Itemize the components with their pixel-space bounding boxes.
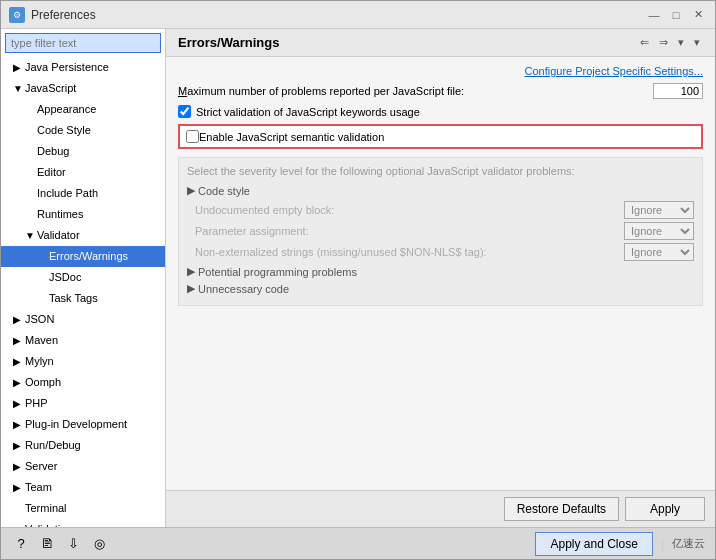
sidebar-item-php[interactable]: ▶PHP (1, 393, 165, 414)
undocumented-label: Undocumented empty block: (195, 204, 624, 216)
toolbar-menu-button[interactable]: ▾ (691, 35, 703, 50)
footer-right: Apply and Close | 亿速云 (535, 532, 705, 556)
undocumented-row: Undocumented empty block: IgnoreWarningE… (187, 201, 694, 219)
max-problems-input[interactable] (653, 83, 703, 99)
bottom-bar: Restore Defaults Apply (166, 490, 715, 527)
sidebar: ▶Java Persistence ▼JavaScript Appearance… (1, 29, 166, 527)
parameter-label: Parameter assignment: (195, 225, 624, 237)
strict-validation-row: Strict validation of JavaScript keywords… (178, 105, 703, 118)
restore-defaults-button[interactable]: Restore Defaults (504, 497, 619, 521)
sidebar-item-plugin-development[interactable]: ▶Plug-in Development (1, 414, 165, 435)
apply-button[interactable]: Apply (625, 497, 705, 521)
sidebar-item-debug[interactable]: Debug (1, 141, 165, 162)
semantic-validation-row: Enable JavaScript semantic validation (178, 124, 703, 149)
sidebar-item-runtimes[interactable]: Runtimes (1, 204, 165, 225)
sidebar-item-json[interactable]: ▶JSON (1, 309, 165, 330)
sidebar-item-maven[interactable]: ▶Maven (1, 330, 165, 351)
right-panel: Errors/Warnings ⇐ ⇒ ▾ ▾ Configure Projec… (166, 29, 715, 527)
sidebar-item-include-path[interactable]: Include Path (1, 183, 165, 204)
parameter-row: Parameter assignment: IgnoreWarningError (187, 222, 694, 240)
minimize-button[interactable]: — (645, 6, 663, 24)
toolbar-back-button[interactable]: ⇐ (637, 35, 652, 50)
unnecessary-code-toggle[interactable]: ▶ Unnecessary code (187, 282, 694, 295)
titlebar: ⚙ Preferences — □ ✕ (1, 1, 715, 29)
window-controls: — □ ✕ (645, 6, 707, 24)
sidebar-item-server[interactable]: ▶Server (1, 456, 165, 477)
severity-label: Select the severity level for the follow… (187, 165, 575, 177)
strict-validation-checkbox[interactable] (178, 105, 191, 118)
footer-left-icons: ? 🖹 ⇩ ◎ (11, 534, 109, 554)
help-icon[interactable]: ? (11, 534, 31, 554)
undocumented-dropdown[interactable]: IgnoreWarningError (624, 201, 694, 219)
download-icon[interactable]: ⇩ (63, 534, 83, 554)
sidebar-item-java-persistence[interactable]: ▶Java Persistence (1, 57, 165, 78)
close-button[interactable]: ✕ (689, 6, 707, 24)
brand-label: 亿速云 (672, 536, 705, 551)
panel-title: Errors/Warnings (178, 35, 279, 50)
sidebar-item-validation[interactable]: Validation (1, 519, 165, 527)
window-icon: ⚙ (9, 7, 25, 23)
window-title: Preferences (31, 8, 645, 22)
panel-body: Configure Project Specific Settings... M… (166, 57, 715, 490)
tree-container: ▶Java Persistence ▼JavaScript Appearance… (1, 57, 165, 527)
maximize-button[interactable]: □ (667, 6, 685, 24)
toolbar-dropdown-button[interactable]: ▾ (675, 35, 687, 50)
code-style-toggle[interactable]: ▶ Code style (187, 184, 694, 197)
apply-and-close-button[interactable]: Apply and Close (535, 532, 652, 556)
max-problems-label: Maximum number of problems reported per … (178, 85, 653, 97)
severity-section: Select the severity level for the follow… (178, 157, 703, 306)
strict-validation-label: Strict validation of JavaScript keywords… (196, 106, 420, 118)
parameter-dropdown[interactable]: IgnoreWarningError (624, 222, 694, 240)
sidebar-item-terminal[interactable]: Terminal (1, 498, 165, 519)
filter-input[interactable] (5, 33, 161, 53)
main-content: ▶Java Persistence ▼JavaScript Appearance… (1, 29, 715, 527)
sidebar-item-jsdoc[interactable]: JSDoc (1, 267, 165, 288)
info-icon[interactable]: 🖹 (37, 534, 57, 554)
settings-icon[interactable]: ◎ (89, 534, 109, 554)
sidebar-item-code-style[interactable]: Code Style (1, 120, 165, 141)
sidebar-item-appearance[interactable]: Appearance (1, 99, 165, 120)
sidebar-item-mylyn[interactable]: ▶Mylyn (1, 351, 165, 372)
sidebar-item-editor[interactable]: Editor (1, 162, 165, 183)
sidebar-item-validator[interactable]: ▼Validator (1, 225, 165, 246)
sidebar-item-run-debug[interactable]: ▶Run/Debug (1, 435, 165, 456)
sidebar-item-javascript[interactable]: ▼JavaScript (1, 78, 165, 99)
non-externalized-dropdown[interactable]: IgnoreWarningError (624, 243, 694, 261)
sidebar-item-errors-warnings[interactable]: Errors/Warnings (1, 246, 165, 267)
non-externalized-label: Non-externalized strings (missing/unused… (195, 246, 624, 258)
potential-problems-toggle[interactable]: ▶ Potential programming problems (187, 265, 694, 278)
sidebar-item-task-tags[interactable]: Task Tags (1, 288, 165, 309)
panel-header: Errors/Warnings ⇐ ⇒ ▾ ▾ (166, 29, 715, 57)
preferences-window: ⚙ Preferences — □ ✕ ▶Java Persistence ▼J… (0, 0, 716, 560)
sidebar-item-oomph[interactable]: ▶Oomph (1, 372, 165, 393)
toolbar-forward-button[interactable]: ⇒ (656, 35, 671, 50)
footer-bar: ? 🖹 ⇩ ◎ Apply and Close | 亿速云 (1, 527, 715, 559)
semantic-validation-label: Enable JavaScript semantic validation (199, 131, 384, 143)
configure-project-link[interactable]: Configure Project Specific Settings... (178, 65, 703, 77)
sidebar-item-team[interactable]: ▶Team (1, 477, 165, 498)
non-externalized-row: Non-externalized strings (missing/unused… (187, 243, 694, 261)
panel-toolbar: ⇐ ⇒ ▾ ▾ (637, 35, 703, 50)
max-problems-row: Maximum number of problems reported per … (178, 83, 703, 99)
semantic-validation-checkbox[interactable] (186, 130, 199, 143)
